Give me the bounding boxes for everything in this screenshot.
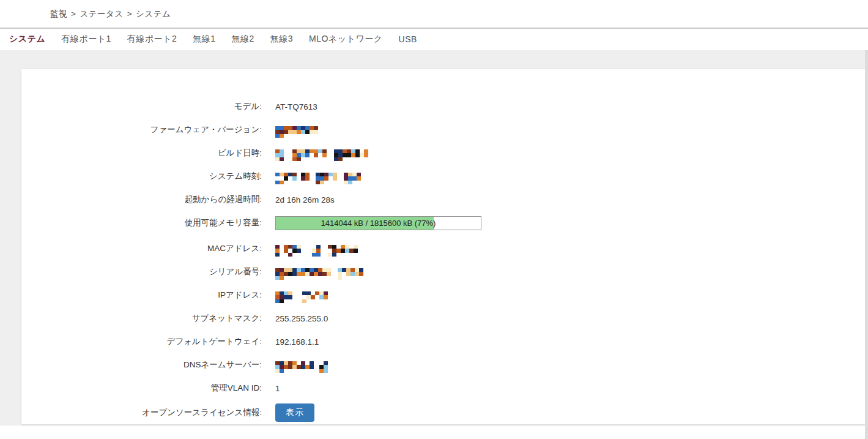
- mosaic-pixel: [354, 249, 358, 253]
- mosaic-pixel: [338, 276, 342, 280]
- mosaic-pixel: [292, 130, 297, 134]
- mosaic-pixel: [355, 153, 360, 157]
- field-row: MACアドレス:: [21, 241, 865, 257]
- mosaic-pixel: [310, 153, 314, 157]
- mosaic-pixel: [318, 272, 322, 276]
- mosaic-pixel: [336, 249, 341, 253]
- mosaic-pixel: [327, 272, 331, 276]
- field-row: DNSネームサーバー:: [21, 357, 865, 373]
- mosaic-pixel: [275, 157, 280, 162]
- breadcrumb-item[interactable]: ステータス: [80, 9, 123, 18]
- mosaic-pixel: [275, 134, 280, 138]
- mosaic-pixel: [292, 365, 297, 369]
- memory-usage-meter: 1414044 kB / 1815600 kB (77%): [275, 216, 481, 230]
- field-label: シリアル番号:: [21, 266, 262, 277]
- field-label: システム時刻:: [21, 171, 262, 182]
- mosaic-pixel: [311, 295, 315, 299]
- mosaic-pixel: [301, 176, 305, 181]
- mosaic-pixel: [324, 295, 328, 299]
- mosaic-pixel: [345, 249, 349, 253]
- mosaic-pixel: [349, 249, 354, 253]
- field-row: 起動からの経過時間:2d 16h 26m 28s: [21, 192, 865, 208]
- mosaic-pixel: [297, 130, 301, 134]
- mosaic-pixel: [319, 295, 324, 299]
- mosaic-pixel: [357, 176, 361, 181]
- field-row: ファームウェア・バージョン:: [21, 122, 865, 138]
- mosaic-pixel: [292, 176, 297, 181]
- field-value: AT-TQ7613: [275, 102, 317, 111]
- mosaic-pixel: [314, 272, 318, 276]
- mosaic-pixel: [328, 253, 332, 257]
- mosaic-pixel: [275, 181, 280, 185]
- field-row: シリアル番号:: [21, 264, 865, 280]
- tab-item-6[interactable]: MLOネットワーク: [301, 29, 390, 49]
- tab-item-5[interactable]: 無線3: [262, 29, 301, 49]
- mosaic-pixel: [297, 176, 301, 181]
- mosaic-pixel: [306, 299, 311, 304]
- mosaic-pixel: [344, 181, 348, 185]
- field-value: 1: [275, 384, 280, 393]
- mosaic-pixel: [275, 369, 280, 373]
- field-value: 255.255.255.0: [275, 314, 328, 323]
- tab-item-1[interactable]: 有線ポート1: [53, 29, 119, 49]
- tab-item-3[interactable]: 無線1: [185, 29, 223, 49]
- mosaic-pixel: [288, 295, 292, 299]
- memory-meter-text: 1414044 kB / 1815600 kB (77%): [276, 217, 481, 230]
- field-row: ビルド日時:: [21, 145, 865, 161]
- mosaic-pixel: [318, 153, 322, 157]
- mosaic-pixel: [284, 295, 288, 299]
- mosaic-pixel: [301, 153, 305, 157]
- breadcrumb-item[interactable]: 監視: [50, 9, 67, 18]
- mosaic-pixel: [305, 272, 310, 276]
- mosaic-pixel: [275, 299, 280, 304]
- mosaic-pixel: [284, 272, 288, 276]
- tab-item-4[interactable]: 無線2: [224, 29, 262, 49]
- field-label: MACアドレス:: [21, 243, 262, 254]
- mosaic-pixel: [305, 365, 310, 369]
- field-label: ビルド日時:: [21, 148, 262, 159]
- tab-system[interactable]: システム: [1, 29, 53, 49]
- breadcrumb-item[interactable]: システム: [136, 9, 171, 18]
- mosaic-pixel: [322, 272, 327, 276]
- mosaic-pixel: [316, 253, 321, 257]
- mosaic-pixel: [324, 176, 328, 181]
- mosaic-pixel: [351, 272, 355, 276]
- field-row: 管理VLAN ID:1: [21, 380, 865, 396]
- mosaic-pixel: [316, 181, 320, 185]
- tab-item-7[interactable]: USB: [391, 29, 425, 49]
- field-row: オープンソースライセンス情報:表示: [21, 403, 865, 422]
- mosaic-pixel: [310, 272, 314, 276]
- mosaic-pixel: [280, 134, 284, 138]
- mosaic-pixel: [301, 130, 305, 134]
- field-label: オープンソースライセンス情報:: [21, 407, 262, 418]
- mosaic-pixel: [284, 130, 288, 134]
- mosaic-pixel: [314, 130, 318, 134]
- vertical-scrollbar[interactable]: [865, 50, 868, 439]
- mosaic-pixel: [280, 369, 284, 373]
- system-status-panel: モデル:AT-TQ7613ファームウェア・バージョン:ビルド日時:システム時刻:…: [21, 69, 865, 424]
- mosaic-pixel: [320, 181, 324, 185]
- mosaic-pixel: [333, 176, 337, 181]
- mosaic-pixel: [280, 299, 284, 304]
- field-row: サブネットマスク:255.255.255.0: [21, 310, 865, 326]
- mosaic-pixel: [346, 272, 351, 276]
- mosaic-pixel: [301, 272, 305, 276]
- mosaic-pixel: [280, 181, 284, 185]
- field-label: デフォルトゲートウェイ:: [21, 336, 262, 347]
- mosaic-pixel: [360, 153, 364, 157]
- tab-item-2[interactable]: 有線ポート2: [119, 29, 185, 49]
- breadcrumb-separator: >: [127, 9, 132, 18]
- field-row: システム時刻:: [21, 168, 865, 184]
- header-bar: 監視>ステータス>システム: [0, 0, 868, 29]
- mosaic-pixel: [275, 257, 280, 261]
- show-license-button[interactable]: 表示: [275, 403, 314, 422]
- mosaic-pixel: [288, 253, 292, 257]
- mosaic-pixel: [305, 130, 310, 134]
- mosaic-pixel: [310, 130, 314, 134]
- mosaic-pixel: [284, 176, 288, 181]
- mosaic-pixel: [352, 176, 357, 181]
- mosaic-pixel: [292, 249, 297, 253]
- redacted-value: [275, 361, 332, 369]
- mosaic-pixel: [332, 253, 336, 257]
- redacted-value: [275, 149, 369, 157]
